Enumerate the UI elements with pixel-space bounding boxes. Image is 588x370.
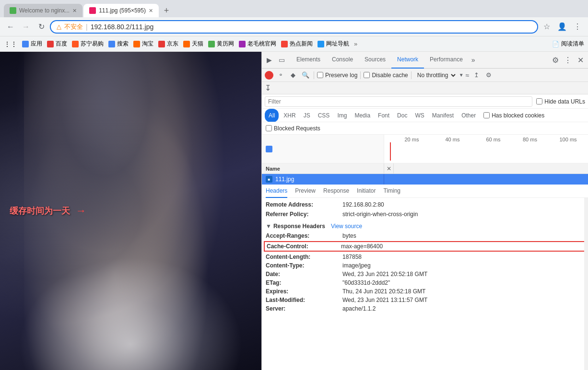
detail-tab-preview[interactable]: Preview (295, 185, 316, 198)
upload-icon[interactable]: ↥ (471, 70, 482, 81)
devtools-device-icon[interactable]: ▭ (276, 55, 287, 65)
devtools-menu-icon[interactable]: ⋮ (562, 54, 574, 66)
res-tab-doc[interactable]: Doc (393, 109, 411, 122)
back-btn[interactable]: ← (4, 20, 17, 34)
header-content-length: Content-Length: 187858 (262, 253, 588, 261)
tab-console[interactable]: Console (326, 52, 359, 69)
res-tab-xhr[interactable]: XHR (280, 109, 299, 122)
bookmark-tianmao[interactable]: 天猫 (183, 40, 203, 48)
detail-tab-headers[interactable]: Headers (266, 185, 287, 198)
toolbar-separator-3 (411, 71, 412, 79)
response-headers-title[interactable]: ▼ Response Headers View source (262, 221, 588, 231)
address-bar[interactable]: △ 不安全 | 192.168.80.2/111.jpg (50, 20, 538, 34)
menu-btn[interactable]: ⋮ (571, 20, 584, 34)
res-tab-media[interactable]: Media (351, 109, 374, 122)
bookmark-search[interactable]: 搜索 (108, 40, 129, 48)
header-etag: ETag: "60d3331d-2ddd2" (262, 278, 588, 287)
bookmark-wangzhi[interactable]: 网址导航 (318, 40, 349, 48)
res-tab-font[interactable]: Font (374, 109, 393, 122)
tab-close-btn[interactable]: ✕ (72, 8, 77, 14)
tab-elements[interactable]: Elements (291, 52, 326, 69)
res-tab-js[interactable]: JS (300, 109, 314, 122)
timeline-cursor (390, 142, 391, 161)
toolbar-separator-2 (360, 71, 361, 79)
request-item-name: ■ 111.jpg (262, 174, 384, 185)
has-blocked-cookies-checkbox[interactable]: Has blocked cookies (483, 112, 544, 119)
annotation-arrow-icon: → (76, 205, 86, 217)
res-tab-css[interactable]: CSS (314, 109, 334, 122)
last-modified-label: Last-Modified: (266, 297, 342, 303)
res-tab-other[interactable]: Other (458, 109, 480, 122)
bookmark-huangli[interactable]: 黄历网 (208, 40, 234, 48)
hide-data-urls-checkbox[interactable]: Hide data URLs (536, 98, 585, 105)
tab-performance[interactable]: Performance (424, 52, 469, 69)
throttle-select[interactable]: No throttling (414, 71, 457, 79)
accept-ranges-value: bytes (342, 232, 356, 239)
main-content: 缓存时间为一天 → ▶ ▭ Elements Console Sources N… (0, 52, 588, 370)
res-tab-ws[interactable]: WS (411, 109, 428, 122)
blocked-requests-input[interactable] (266, 125, 272, 131)
wifi-icon: ≈ (466, 71, 470, 79)
disable-cache-input[interactable] (364, 72, 370, 78)
tab-active[interactable]: 111.jpg (595×595) ✕ (83, 4, 159, 17)
res-tab-manifest[interactable]: Manifest (428, 109, 458, 122)
cache-control-label: Cache-Control: (267, 243, 341, 250)
date-label: Date: (266, 271, 342, 278)
preserve-log-input[interactable] (317, 72, 323, 78)
detail-panel: Headers Preview Response Initiator Timin… (262, 185, 588, 370)
tab-sources[interactable]: Sources (359, 52, 391, 69)
close-request-col[interactable]: ✕ (384, 163, 394, 173)
bookmark-baidu[interactable]: 百度 (47, 40, 67, 48)
apps-icon[interactable]: ⋮⋮ (4, 40, 17, 48)
search-network-icon[interactable]: 🔍 (300, 70, 311, 81)
timeline-label-80: 80 ms (523, 137, 537, 142)
hide-data-urls-input[interactable] (536, 98, 542, 104)
profile-btn[interactable]: 👤 (555, 20, 569, 34)
detail-tab-timing[interactable]: Timing (383, 185, 400, 198)
tab-inactive[interactable]: Welcome to nginx... ✕ (4, 4, 82, 17)
download-icon[interactable]: ↧ (265, 83, 271, 92)
blocked-requests-checkbox[interactable]: Blocked Requests (266, 125, 320, 132)
security-label: 不安全 (64, 23, 83, 31)
nav-bar: ← → ↻ △ 不安全 | 192.168.80.2/111.jpg ☆ 👤 ⋮ (0, 17, 588, 36)
bookmark-jd[interactable]: 京东 (158, 40, 178, 48)
res-tab-all[interactable]: All (265, 109, 279, 122)
bookmark-redian[interactable]: 热点新闻 (281, 40, 313, 48)
scrollbar[interactable] (584, 185, 588, 370)
filter-icon[interactable]: ◆ (288, 70, 298, 81)
cache-control-value: max-age=86400 (341, 243, 383, 250)
new-tab-btn[interactable]: + (160, 4, 173, 17)
bookmark-taobao[interactable]: 淘宝 (133, 40, 153, 48)
forward-btn[interactable]: → (19, 20, 33, 34)
bookmark-btn[interactable]: ☆ (540, 20, 553, 34)
bookmark-suning[interactable]: 苏宁易购 (72, 40, 104, 48)
devtools-panel: ▶ ▭ Elements Console Sources Network Per… (261, 52, 588, 370)
filter-input[interactable] (265, 96, 532, 107)
record-btn[interactable] (265, 71, 273, 80)
settings-network-icon[interactable]: ⚙ (483, 70, 494, 81)
more-bookmarks[interactable]: » (354, 40, 357, 47)
has-blocked-cookies-input[interactable] (483, 112, 490, 118)
settings-icon[interactable]: ⚙ (550, 54, 561, 66)
close-devtools-btn[interactable]: ✕ (575, 54, 586, 66)
preserve-log-checkbox[interactable]: Preserve log (317, 72, 357, 79)
devtools-inspect-icon[interactable]: ▶ (264, 55, 274, 65)
filter-bar: Hide data URLs (262, 94, 588, 109)
referrer-policy-row: Referrer Policy: strict-origin-when-cros… (262, 209, 588, 219)
stop-recording-icon[interactable]: ⚬ (275, 70, 286, 81)
more-tabs-btn[interactable]: » (469, 56, 478, 64)
etag-label: ETag: (266, 279, 342, 286)
request-item-row[interactable]: ■ 111.jpg (262, 174, 588, 185)
disable-cache-checkbox[interactable]: Disable cache (364, 72, 408, 79)
detail-tab-response[interactable]: Response (323, 185, 349, 198)
tab-network[interactable]: Network (391, 52, 424, 69)
bookmark-laomao[interactable]: 老毛桃官网 (239, 40, 276, 48)
detail-tab-initiator[interactable]: Initiator (357, 185, 376, 198)
tab-close-btn[interactable]: ✕ (149, 8, 153, 14)
view-source-link[interactable]: View source (331, 223, 362, 230)
reload-btn[interactable]: ↻ (35, 20, 48, 34)
bookmark-apps[interactable]: 应用 (22, 40, 42, 48)
res-tab-img[interactable]: Img (333, 109, 351, 122)
header-cache-control: Cache-Control: max-age=86400 (264, 241, 586, 252)
timeline-chart: 20 ms 40 ms 60 ms 80 ms 100 ms (384, 135, 588, 163)
